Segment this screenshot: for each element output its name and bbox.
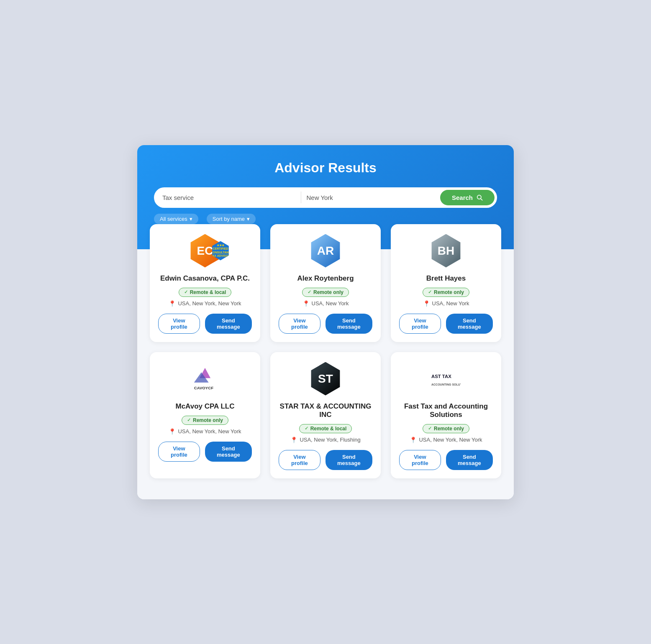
advisor-card-edwin: EC ★★★CERTIFIEDCONSULTANTTAX ADVISOR Edw… bbox=[150, 224, 260, 342]
advisor-name-mcavoy: McAvoy CPA LLC bbox=[175, 402, 234, 411]
filter-all-services[interactable]: All services ▾ bbox=[154, 214, 198, 224]
send-message-button-fasttax[interactable]: Send message bbox=[446, 450, 493, 470]
svg-point-0 bbox=[477, 195, 481, 199]
search-bar: Search bbox=[154, 187, 497, 208]
advisor-name-alex: Alex Roytenberg bbox=[297, 274, 354, 283]
check-icon-fasttax: ✓ bbox=[428, 426, 432, 431]
card-actions-mcavoy: View profile Send message bbox=[158, 442, 252, 462]
avatar-brett: BH bbox=[429, 234, 463, 268]
logo-fasttax: AST TAX ACCOUNTING SOLUTI bbox=[429, 362, 463, 396]
main-content: EC ★★★CERTIFIEDCONSULTANTTAX ADVISOR Edw… bbox=[137, 224, 514, 499]
avatar-alex: AR bbox=[309, 234, 342, 268]
fasttax-logo-svg: AST TAX ACCOUNTING SOLUTI bbox=[431, 364, 461, 394]
advisor-name-edwin: Edwin Casanova, CPA P.C. bbox=[160, 274, 250, 283]
location-edwin: 📍 USA, New York, New York bbox=[169, 300, 241, 307]
card-top-row-brett: BH bbox=[429, 234, 463, 268]
avatar-star: ST bbox=[309, 362, 342, 396]
location-icon-star: 📍 bbox=[290, 437, 297, 443]
badge-remote-brett: ✓ Remote only bbox=[423, 288, 469, 297]
card-actions-edwin: View profile Send message bbox=[158, 314, 252, 334]
check-icon-alex: ✓ bbox=[308, 289, 311, 295]
card-top-row-edwin: EC ★★★CERTIFIEDCONSULTANTTAX ADVISOR bbox=[188, 234, 222, 268]
location-fasttax: 📍 USA, New York, New York bbox=[410, 437, 482, 443]
chevron-down-icon-2: ▾ bbox=[247, 216, 250, 222]
card-actions-star: View profile Send message bbox=[279, 450, 372, 470]
advisors-row-1: EC ★★★CERTIFIEDCONSULTANTTAX ADVISOR Edw… bbox=[150, 224, 501, 342]
card-actions-alex: View profile Send message bbox=[279, 314, 372, 334]
card-actions-brett: View profile Send message bbox=[399, 314, 493, 334]
location-icon-edwin: 📍 bbox=[169, 300, 176, 307]
svg-line-1 bbox=[481, 199, 482, 200]
view-profile-button-alex[interactable]: View profile bbox=[279, 314, 320, 334]
chevron-down-icon: ▾ bbox=[190, 216, 192, 222]
send-message-button-star[interactable]: Send message bbox=[326, 450, 372, 470]
advisor-card-mcavoy: CAVOYCF McAvoy CPA LLC ✓ Remote only 📍 U… bbox=[150, 352, 260, 478]
advisor-card-fasttax: AST TAX ACCOUNTING SOLUTI Fast Tax and A… bbox=[391, 352, 501, 478]
search-button[interactable]: Search bbox=[440, 190, 495, 205]
card-top-row-alex: AR bbox=[309, 234, 342, 268]
badge-remote-local-edwin: ✓ Remote & local bbox=[179, 288, 232, 297]
page-title: Advisor Results bbox=[154, 160, 497, 176]
advisors-row-2: CAVOYCF McAvoy CPA LLC ✓ Remote only 📍 U… bbox=[150, 352, 501, 478]
badge-mcavoy: ✓ Remote only bbox=[182, 416, 228, 425]
svg-text:AST TAX: AST TAX bbox=[431, 374, 451, 379]
badge-fasttax: ✓ Remote only bbox=[423, 424, 469, 433]
badge-star: ✓ Remote & local bbox=[299, 424, 352, 433]
advisor-name-fasttax: Fast Tax and Accounting Solutions bbox=[399, 402, 493, 419]
check-icon-star: ✓ bbox=[305, 426, 308, 431]
search-button-label: Search bbox=[452, 194, 473, 201]
svg-text:ACCOUNTING SOLUTI: ACCOUNTING SOLUTI bbox=[431, 383, 461, 386]
cert-badge-text: ★★★CERTIFIEDCONSULTANTTAX ADVISOR bbox=[210, 244, 230, 258]
advisor-card-alex: AR Alex Roytenberg ✓ Remote only 📍 USA, … bbox=[270, 224, 381, 342]
location-icon-mcavoy: 📍 bbox=[169, 428, 176, 435]
location-star: 📍 USA, New York, Flushing bbox=[290, 437, 360, 443]
page-wrapper: Advisor Results Search All services ▾ So… bbox=[137, 145, 514, 499]
view-profile-button-brett[interactable]: View profile bbox=[399, 314, 441, 334]
card-actions-fasttax: View profile Send message bbox=[399, 450, 493, 470]
badge-remote-alex: ✓ Remote only bbox=[302, 288, 349, 297]
send-message-button-alex[interactable]: Send message bbox=[326, 314, 372, 334]
logo-mcavoy: CAVOYCF bbox=[188, 362, 222, 396]
card-top-row-mcavoy: CAVOYCF bbox=[188, 362, 222, 396]
advisor-name-brett: Brett Hayes bbox=[426, 274, 466, 283]
location-brett: 📍 USA, New York bbox=[423, 300, 469, 307]
svg-text:CAVOYCF: CAVOYCF bbox=[194, 385, 213, 390]
view-profile-button-mcavoy[interactable]: View profile bbox=[158, 442, 200, 462]
send-message-button-brett[interactable]: Send message bbox=[446, 314, 493, 334]
location-mcavoy: 📍 USA, New York, New York bbox=[169, 428, 241, 435]
view-profile-button-fasttax[interactable]: View profile bbox=[399, 450, 441, 470]
view-profile-button-star[interactable]: View profile bbox=[279, 450, 320, 470]
filter-sort-by-name[interactable]: Sort by name ▾ bbox=[207, 214, 256, 224]
check-icon-brett: ✓ bbox=[428, 289, 432, 295]
search-icon bbox=[476, 194, 483, 201]
view-profile-button-edwin[interactable]: View profile bbox=[158, 314, 200, 334]
check-icon-edwin: ✓ bbox=[184, 289, 188, 295]
location-icon-alex: 📍 bbox=[302, 300, 310, 307]
location-alex: 📍 USA, New York bbox=[302, 300, 349, 307]
card-top-row-star: ST bbox=[309, 362, 342, 396]
check-icon-mcavoy: ✓ bbox=[187, 417, 191, 423]
advisor-card-brett: BH Brett Hayes ✓ Remote only 📍 USA, New … bbox=[391, 224, 501, 342]
filter-all-services-label: All services bbox=[160, 216, 187, 222]
filter-bar: All services ▾ Sort by name ▾ bbox=[154, 214, 497, 224]
filter-sort-label: Sort by name bbox=[213, 216, 245, 222]
advisor-name-star: STAR TAX & ACCOUNTING INC bbox=[279, 402, 372, 419]
send-message-button-edwin[interactable]: Send message bbox=[205, 314, 252, 334]
search-divider bbox=[301, 192, 301, 203]
search-input-location[interactable] bbox=[306, 194, 440, 201]
send-message-button-mcavoy[interactable]: Send message bbox=[205, 442, 252, 462]
card-top-row-fasttax: AST TAX ACCOUNTING SOLUTI bbox=[429, 362, 463, 396]
advisor-card-star: ST STAR TAX & ACCOUNTING INC ✓ Remote & … bbox=[270, 352, 381, 478]
search-input-service[interactable] bbox=[162, 194, 296, 201]
location-icon-fasttax: 📍 bbox=[410, 437, 417, 443]
location-icon-brett: 📍 bbox=[423, 300, 430, 307]
mcavoy-logo-svg: CAVOYCF bbox=[190, 364, 220, 394]
